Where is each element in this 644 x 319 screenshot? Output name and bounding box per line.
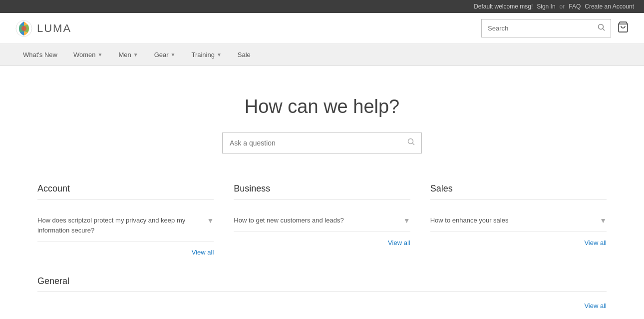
chevron-down-icon: ▼ bbox=[98, 52, 103, 58]
sales-view-all-link[interactable]: View all bbox=[430, 239, 607, 246]
faq-section-sales: Sales How to enhance your sales ▼ View a… bbox=[430, 184, 607, 256]
header-search-button[interactable] bbox=[593, 20, 611, 37]
nav-item-training[interactable]: Training ▼ bbox=[183, 44, 229, 66]
chevron-down-icon: ▼ bbox=[217, 52, 222, 58]
header-search-box bbox=[481, 19, 611, 38]
help-search-box bbox=[222, 132, 422, 154]
nav-label-whats-new: What's New bbox=[23, 51, 57, 58]
faq-container: Account How does scriptzol protect my pr… bbox=[22, 174, 622, 319]
faq-link[interactable]: FAQ bbox=[569, 3, 581, 10]
svg-point-2 bbox=[599, 24, 604, 30]
chevron-down-icon: ▼ bbox=[403, 216, 410, 224]
nav-item-sale[interactable]: Sale bbox=[230, 44, 259, 66]
nav-item-women[interactable]: Women ▼ bbox=[65, 44, 110, 66]
nav-label-men: Men bbox=[118, 51, 131, 58]
nav-item-men[interactable]: Men ▼ bbox=[110, 44, 146, 66]
svg-point-1 bbox=[21, 26, 26, 31]
cart-icon bbox=[617, 21, 629, 33]
create-account-link[interactable]: Create an Account bbox=[585, 3, 634, 10]
faq-item[interactable]: How does scriptzol protect my privacy an… bbox=[37, 210, 214, 242]
chevron-down-icon: ▼ bbox=[207, 216, 214, 224]
faq-section-sales-title: Sales bbox=[430, 184, 607, 200]
help-hero: How can we help? bbox=[0, 66, 644, 174]
faq-section-general: General View all bbox=[37, 276, 607, 310]
general-view-all-link[interactable]: View all bbox=[37, 302, 607, 310]
faq-section-general-title: General bbox=[37, 276, 607, 292]
business-view-all-link[interactable]: View all bbox=[234, 239, 410, 246]
chevron-down-icon: ▼ bbox=[600, 216, 607, 224]
logo-icon bbox=[15, 20, 33, 38]
faq-section-account: Account How does scriptzol protect my pr… bbox=[37, 184, 214, 256]
header-search-input[interactable] bbox=[482, 20, 593, 36]
chevron-down-icon: ▼ bbox=[133, 52, 138, 58]
faq-item-text: How to enhance your sales bbox=[430, 216, 600, 226]
faq-section-business-title: Business bbox=[234, 184, 410, 200]
logo-link[interactable]: LUMA bbox=[15, 20, 71, 38]
help-heading: How can we help? bbox=[10, 96, 634, 118]
faq-item[interactable]: How to get new customers and leads? ▼ bbox=[234, 210, 410, 232]
search-icon bbox=[407, 138, 415, 146]
nav-label-gear: Gear bbox=[154, 51, 169, 58]
top-bar: Default welcome msg! Sign In or FAQ Crea… bbox=[0, 0, 644, 13]
svg-line-3 bbox=[603, 29, 605, 31]
help-search-button[interactable] bbox=[401, 133, 421, 153]
faq-item-text: How does scriptzol protect my privacy an… bbox=[37, 216, 207, 235]
signin-link[interactable]: Sign In bbox=[537, 3, 555, 10]
search-icon bbox=[598, 24, 606, 32]
svg-point-5 bbox=[408, 139, 413, 144]
logo-text: LUMA bbox=[37, 22, 71, 35]
nav-label-training: Training bbox=[191, 51, 214, 58]
cart-button[interactable] bbox=[617, 21, 629, 36]
chevron-down-icon: ▼ bbox=[171, 52, 176, 58]
faq-grid: Account How does scriptzol protect my pr… bbox=[37, 184, 607, 256]
nav-item-whats-new[interactable]: What's New bbox=[15, 44, 65, 66]
svg-line-6 bbox=[413, 144, 415, 146]
welcome-message: Default welcome msg! bbox=[474, 3, 533, 10]
faq-section-account-title: Account bbox=[37, 184, 214, 200]
or-separator: or bbox=[560, 3, 565, 10]
nav-label-women: Women bbox=[73, 51, 96, 58]
help-search-input[interactable] bbox=[223, 134, 401, 152]
faq-item[interactable]: How to enhance your sales ▼ bbox=[430, 210, 607, 232]
main-nav: What's New Women ▼ Men ▼ Gear ▼ Training… bbox=[0, 44, 644, 66]
account-view-all-link[interactable]: View all bbox=[37, 248, 214, 256]
faq-item-text: How to get new customers and leads? bbox=[234, 216, 403, 226]
header-right bbox=[481, 19, 629, 38]
faq-section-business: Business How to get new customers and le… bbox=[234, 184, 410, 256]
header: LUMA bbox=[0, 13, 644, 44]
nav-label-sale: Sale bbox=[238, 51, 251, 58]
nav-item-gear[interactable]: Gear ▼ bbox=[146, 44, 184, 66]
